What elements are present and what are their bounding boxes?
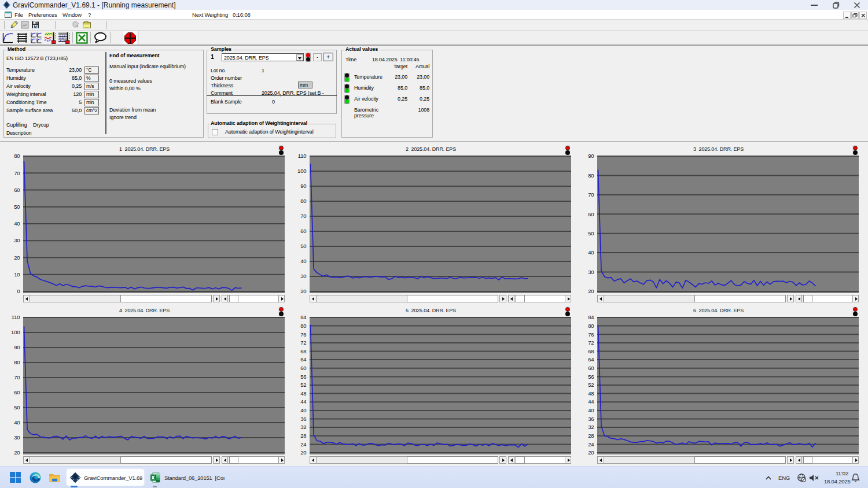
- svg-text:20: 20: [300, 449, 306, 456]
- svg-text:M: M: [34, 25, 36, 29]
- svg-text:20: 20: [588, 449, 594, 456]
- svg-text:80: 80: [300, 323, 306, 329]
- svg-text:110: 110: [298, 153, 307, 159]
- svg-text:10: 10: [14, 271, 20, 278]
- svg-text:70: 70: [14, 374, 20, 380]
- svg-text:20: 20: [14, 254, 20, 261]
- svg-text:56: 56: [588, 374, 594, 380]
- svg-text:90: 90: [14, 344, 20, 350]
- svg-text:28: 28: [300, 432, 306, 439]
- svg-text:30: 30: [300, 273, 306, 279]
- svg-text:50: 50: [14, 404, 20, 411]
- svg-text:40: 40: [588, 249, 594, 256]
- svg-text:76: 76: [300, 331, 306, 338]
- svg-text:84: 84: [300, 314, 306, 320]
- svg-text:68: 68: [588, 348, 594, 354]
- svg-text:56: 56: [300, 374, 306, 380]
- svg-text:40: 40: [14, 419, 20, 426]
- svg-text:30: 30: [14, 434, 20, 441]
- svg-text:76: 76: [588, 331, 594, 338]
- svg-text:100: 100: [297, 168, 306, 174]
- svg-text:20: 20: [300, 288, 306, 294]
- svg-text:40: 40: [300, 407, 306, 413]
- svg-text:64: 64: [588, 356, 594, 363]
- svg-text:30: 30: [14, 237, 20, 243]
- svg-text:36: 36: [300, 416, 306, 422]
- svg-text:80: 80: [588, 323, 594, 329]
- svg-text:52: 52: [588, 382, 594, 388]
- svg-text:48: 48: [300, 390, 306, 397]
- svg-text:50: 50: [14, 204, 20, 210]
- svg-text:40: 40: [14, 220, 20, 227]
- svg-text:80: 80: [588, 172, 594, 179]
- svg-text:36: 36: [588, 416, 594, 422]
- svg-text:90: 90: [588, 153, 594, 159]
- svg-text:32: 32: [588, 424, 594, 430]
- svg-text:20: 20: [588, 288, 594, 294]
- svg-text:60: 60: [588, 211, 594, 217]
- svg-text:32: 32: [300, 424, 306, 430]
- svg-text:44: 44: [588, 398, 594, 405]
- svg-text:0: 0: [17, 288, 20, 294]
- svg-text:64: 64: [300, 356, 306, 363]
- svg-text:48: 48: [588, 390, 594, 397]
- svg-text:40: 40: [588, 407, 594, 413]
- svg-text:24: 24: [588, 441, 594, 448]
- svg-text:70: 70: [588, 191, 594, 198]
- svg-text:24: 24: [300, 441, 306, 448]
- svg-text:52: 52: [300, 382, 306, 388]
- svg-text:60: 60: [588, 365, 594, 371]
- svg-text:28: 28: [588, 432, 594, 439]
- svg-text:30: 30: [588, 269, 594, 275]
- svg-text:20: 20: [14, 449, 20, 456]
- svg-text:40: 40: [300, 258, 306, 264]
- svg-text:110: 110: [12, 314, 20, 320]
- svg-text:80: 80: [300, 198, 306, 204]
- svg-text:70: 70: [300, 213, 306, 219]
- svg-text:80: 80: [14, 153, 20, 159]
- svg-text:60: 60: [14, 187, 20, 193]
- svg-text:80: 80: [14, 359, 20, 365]
- svg-text:72: 72: [588, 339, 594, 346]
- svg-text:100: 100: [11, 329, 20, 335]
- svg-text:50: 50: [300, 243, 306, 249]
- svg-text:60: 60: [300, 228, 306, 234]
- svg-text:72: 72: [300, 339, 306, 346]
- svg-text:90: 90: [300, 183, 306, 189]
- svg-text:84: 84: [588, 314, 594, 320]
- svg-text:68: 68: [300, 348, 306, 354]
- svg-text:44: 44: [300, 398, 306, 405]
- svg-text:70: 70: [14, 170, 20, 176]
- svg-text:50: 50: [588, 230, 594, 236]
- svg-text:60: 60: [300, 365, 306, 371]
- svg-text:60: 60: [14, 389, 20, 395]
